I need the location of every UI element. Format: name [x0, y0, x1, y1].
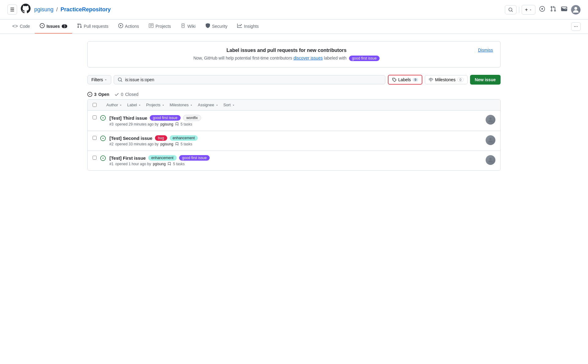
- nav-divider: [519, 7, 519, 13]
- search-button[interactable]: [505, 5, 516, 14]
- svg-point-4: [489, 138, 491, 140]
- nav-item-insights[interactable]: Insights: [232, 20, 263, 34]
- user-avatar[interactable]: [571, 5, 581, 15]
- nav-label-security: Security: [212, 24, 228, 29]
- issue-2-checkbox[interactable]: [93, 136, 97, 140]
- sort-filter[interactable]: Sort: [223, 103, 235, 107]
- issue-3-author[interactable]: pgisung: [160, 122, 173, 126]
- top-nav: ☰ pgisung / PracticeRepository +: [0, 0, 588, 20]
- issue-3-checkbox[interactable]: [93, 115, 97, 119]
- table-header-filters: Author Label Projects Milestones Assigne…: [106, 103, 235, 107]
- closed-tab[interactable]: 0 Closed: [114, 92, 138, 97]
- issue-3-label-good-first[interactable]: good first issue: [150, 115, 181, 121]
- projects-filter[interactable]: Projects: [146, 103, 165, 107]
- open-tab[interactable]: 3 Open: [87, 92, 109, 97]
- issue-1-label-enhancement[interactable]: enhancement: [148, 155, 177, 161]
- milestones-button[interactable]: Milestones 0: [425, 75, 467, 84]
- issue-2-avatar[interactable]: [486, 135, 495, 145]
- issue-2-open-icon: [100, 136, 106, 143]
- new-issue-button[interactable]: New issue: [470, 75, 501, 85]
- labels-button[interactable]: Labels 9: [388, 75, 422, 85]
- new-item-button[interactable]: +: [522, 5, 535, 15]
- milestone-icon: [429, 78, 433, 82]
- top-nav-left: ☰ pgisung / PracticeRepository: [7, 4, 501, 16]
- copilot-button[interactable]: [538, 5, 546, 15]
- sort-filter-label: Sort: [223, 103, 231, 107]
- projects-chevron-icon: [162, 104, 165, 107]
- nav-item-wiki[interactable]: Wiki: [176, 20, 200, 34]
- label-filter[interactable]: Label: [127, 103, 141, 107]
- nav-item-pull-requests[interactable]: Pull requests: [72, 20, 113, 34]
- github-logo: [21, 4, 31, 16]
- filters-dropdown-button[interactable]: Filters: [87, 75, 111, 84]
- pr-icon: [77, 23, 82, 29]
- issue-1-checkbox[interactable]: [93, 156, 97, 160]
- projects-filter-label: Projects: [146, 103, 160, 107]
- nav-item-actions[interactable]: Actions: [113, 20, 144, 34]
- repo-name[interactable]: PracticeRepository: [61, 6, 111, 13]
- banner-content: Label issues and pull requests for new c…: [95, 48, 478, 61]
- nav-label-wiki: Wiki: [187, 24, 195, 29]
- task-1-icon: [167, 162, 171, 166]
- labels-label: Labels: [398, 77, 411, 82]
- issue-row-1: [Test] First issue enhancement good firs…: [88, 151, 500, 170]
- issue-1-tasks: 5 tasks: [173, 162, 185, 166]
- issue-1-author[interactable]: pgisung: [153, 162, 166, 166]
- issue-1-avatar[interactable]: [486, 155, 495, 165]
- label-chevron-icon: [138, 104, 141, 107]
- issue-3-avatar[interactable]: [486, 115, 495, 125]
- milestones-filter-label: Milestones: [170, 103, 189, 107]
- issue-1-number: #1: [109, 162, 113, 166]
- issue-1-label-good-first[interactable]: good first issue: [179, 155, 210, 161]
- nav-item-security[interactable]: Security: [200, 20, 233, 34]
- hamburger-button[interactable]: ☰: [7, 5, 17, 15]
- nav-item-code[interactable]: <> Code: [7, 20, 35, 33]
- more-nav-button[interactable]: ···: [571, 22, 581, 31]
- issue-2-tasks: 5 tasks: [181, 142, 192, 146]
- filters-label: Filters: [91, 77, 103, 82]
- inbox-button[interactable]: [560, 5, 568, 15]
- author-filter[interactable]: Author: [106, 103, 122, 107]
- filters-chevron-icon: [104, 78, 107, 81]
- svg-point-3: [489, 118, 491, 120]
- projects-icon: [149, 23, 154, 29]
- repo-org[interactable]: pgisung: [34, 6, 53, 13]
- nav-item-issues[interactable]: Issues 3: [35, 20, 72, 34]
- open-issue-icon: [87, 92, 92, 97]
- closed-count: 0: [121, 92, 123, 97]
- nav-label-actions: Actions: [125, 24, 139, 29]
- issue-2-label-bug[interactable]: bug: [155, 135, 167, 141]
- issue-1-open-icon: [100, 155, 106, 162]
- avatar-image: [571, 5, 580, 15]
- issue-1-title[interactable]: [Test] First issue: [109, 155, 146, 161]
- issue-1-opened: opened 1 hour ago by: [115, 162, 151, 166]
- table-header: Author Label Projects Milestones Assigne…: [88, 100, 500, 111]
- assignee-filter-label: Assignee: [198, 103, 214, 107]
- task-2-icon: [175, 142, 179, 146]
- open-label: Open: [98, 92, 109, 97]
- assignee-filter[interactable]: Assignee: [198, 103, 218, 107]
- nav-label-issues: Issues: [46, 24, 60, 29]
- repo-nav: <> Code Issues 3 Pull requests Actions P…: [0, 20, 588, 34]
- search-input[interactable]: [125, 77, 381, 82]
- issue-1-meta: #1 opened 1 hour ago by pgisung 5 tasks: [109, 162, 482, 166]
- milestones-filter[interactable]: Milestones: [170, 103, 193, 107]
- issue-2-label-enhancement[interactable]: enhancement: [170, 135, 198, 141]
- pull-requests-nav-button[interactable]: [549, 5, 557, 15]
- issue-3-title[interactable]: [Test] Third issue: [109, 115, 147, 121]
- author-chevron-icon: [119, 104, 122, 107]
- select-all-checkbox[interactable]: [93, 103, 97, 107]
- issue-2-number: #2: [109, 142, 113, 146]
- open-count: 3: [94, 92, 97, 97]
- issue-3-label-wontfix[interactable]: wontfix: [183, 115, 201, 121]
- dismiss-button[interactable]: Dismiss: [478, 48, 493, 53]
- good-first-issue-label: good first issue: [349, 56, 380, 61]
- issue-3-content: [Test] Third issue good first issue wont…: [109, 115, 482, 126]
- discover-issues-link[interactable]: discover issues: [293, 56, 323, 60]
- repo-separator: /: [56, 6, 58, 13]
- issue-2-title[interactable]: [Test] Second issue: [109, 136, 153, 141]
- nav-label-pull-requests: Pull requests: [84, 24, 108, 29]
- svg-point-2: [574, 7, 577, 9]
- issue-2-author[interactable]: pgisung: [160, 142, 173, 146]
- nav-item-projects[interactable]: Projects: [144, 20, 176, 34]
